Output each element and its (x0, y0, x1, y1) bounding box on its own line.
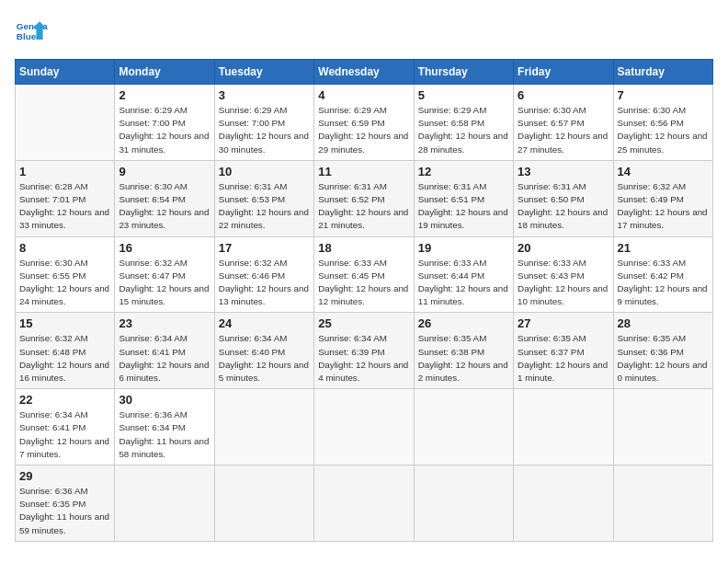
day-number: 1 (19, 165, 110, 178)
svg-text:Blue: Blue (17, 31, 37, 41)
calendar-cell (414, 389, 513, 465)
calendar-cell (414, 465, 513, 542)
day-number: 19 (418, 241, 509, 255)
day-number: 4 (318, 88, 409, 102)
calendar-cell (115, 465, 214, 542)
calendar-row: 8 Sunrise: 6:30 AM Sunset: 6:55 PM Dayli… (16, 236, 713, 313)
page-header: General Blue (15, 15, 713, 48)
calendar-cell: 25 Sunrise: 6:34 AM Sunset: 6:39 PM Dayl… (314, 313, 414, 389)
calendar-cell: 29 Sunrise: 6:36 AM Sunset: 6:35 PM Dayl… (16, 465, 115, 542)
logo-icon: General Blue (15, 15, 48, 48)
day-info: Sunrise: 6:36 AM Sunset: 6:34 PM Dayligh… (119, 408, 210, 461)
day-number: 8 (19, 241, 110, 255)
day-number: 2 (119, 88, 210, 102)
day-number: 13 (518, 165, 609, 178)
calendar-cell: 7 Sunrise: 6:30 AM Sunset: 6:56 PM Dayli… (613, 85, 712, 161)
calendar-cell: 2 Sunrise: 6:29 AM Sunset: 7:00 PM Dayli… (115, 85, 214, 161)
day-number: 5 (418, 88, 509, 102)
calendar-cell: 28 Sunrise: 6:35 AM Sunset: 6:36 PM Dayl… (613, 313, 712, 389)
day-info: Sunrise: 6:35 AM Sunset: 6:36 PM Dayligh… (618, 332, 709, 385)
day-number: 3 (219, 88, 310, 102)
calendar-row: 29 Sunrise: 6:36 AM Sunset: 6:35 PM Dayl… (16, 465, 713, 542)
day-info: Sunrise: 6:33 AM Sunset: 6:42 PM Dayligh… (618, 257, 709, 309)
day-info: Sunrise: 6:34 AM Sunset: 6:39 PM Dayligh… (318, 332, 409, 385)
day-info: Sunrise: 6:31 AM Sunset: 6:53 PM Dayligh… (219, 180, 310, 233)
day-number: 14 (618, 165, 709, 178)
calendar-cell (16, 85, 115, 161)
day-info: Sunrise: 6:29 AM Sunset: 7:00 PM Dayligh… (119, 104, 210, 156)
day-info: Sunrise: 6:28 AM Sunset: 7:01 PM Dayligh… (19, 180, 110, 233)
day-info: Sunrise: 6:32 AM Sunset: 6:47 PM Dayligh… (119, 257, 210, 309)
day-number: 26 (418, 316, 509, 330)
calendar-cell: 20 Sunrise: 6:33 AM Sunset: 6:43 PM Dayl… (514, 236, 613, 313)
day-number: 27 (518, 316, 609, 330)
calendar-cell: 4 Sunrise: 6:29 AM Sunset: 6:59 PM Dayli… (314, 85, 414, 161)
calendar-row: 2 Sunrise: 6:29 AM Sunset: 7:00 PM Dayli… (16, 85, 713, 161)
calendar-cell: 27 Sunrise: 6:35 AM Sunset: 6:37 PM Dayl… (514, 313, 613, 389)
day-number: 22 (19, 393, 110, 407)
day-number: 21 (618, 241, 709, 255)
calendar-cell: 15 Sunrise: 6:32 AM Sunset: 6:48 PM Dayl… (16, 313, 115, 389)
day-number: 25 (318, 316, 409, 330)
calendar-cell (514, 465, 613, 542)
calendar-cell (314, 465, 414, 542)
calendar-cell: 22 Sunrise: 6:34 AM Sunset: 6:41 PM Dayl… (16, 389, 115, 465)
day-info: Sunrise: 6:31 AM Sunset: 6:52 PM Dayligh… (318, 180, 409, 233)
calendar-cell (514, 389, 613, 465)
day-number: 30 (119, 393, 210, 407)
calendar-cell (214, 465, 313, 542)
calendar-row: 1 Sunrise: 6:28 AM Sunset: 7:01 PM Dayli… (16, 160, 713, 236)
calendar-cell: 21 Sunrise: 6:33 AM Sunset: 6:42 PM Dayl… (613, 236, 712, 313)
day-info: Sunrise: 6:35 AM Sunset: 6:37 PM Dayligh… (518, 332, 609, 385)
calendar-cell: 6 Sunrise: 6:30 AM Sunset: 6:57 PM Dayli… (514, 85, 613, 161)
calendar-cell (613, 389, 712, 465)
calendar-cell: 14 Sunrise: 6:32 AM Sunset: 6:49 PM Dayl… (613, 160, 712, 236)
day-info: Sunrise: 6:30 AM Sunset: 6:55 PM Dayligh… (19, 257, 110, 309)
day-info: Sunrise: 6:33 AM Sunset: 6:43 PM Dayligh… (518, 257, 609, 309)
calendar-cell: 12 Sunrise: 6:31 AM Sunset: 6:51 PM Dayl… (414, 160, 513, 236)
day-info: Sunrise: 6:32 AM Sunset: 6:48 PM Dayligh… (19, 332, 110, 385)
calendar-cell (613, 465, 712, 542)
day-number: 15 (19, 316, 110, 330)
day-info: Sunrise: 6:30 AM Sunset: 6:56 PM Dayligh… (618, 104, 709, 156)
day-info: Sunrise: 6:29 AM Sunset: 7:00 PM Dayligh… (219, 104, 310, 156)
day-number: 6 (518, 88, 609, 102)
col-friday: Friday (514, 60, 613, 85)
calendar-cell: 1 Sunrise: 6:28 AM Sunset: 7:01 PM Dayli… (16, 160, 115, 236)
day-number: 20 (518, 241, 609, 255)
day-info: Sunrise: 6:33 AM Sunset: 6:45 PM Dayligh… (318, 257, 409, 309)
calendar-cell: 16 Sunrise: 6:32 AM Sunset: 6:47 PM Dayl… (115, 236, 214, 313)
calendar-cell (214, 389, 313, 465)
calendar-cell: 9 Sunrise: 6:30 AM Sunset: 6:54 PM Dayli… (115, 160, 214, 236)
calendar-cell: 8 Sunrise: 6:30 AM Sunset: 6:55 PM Dayli… (16, 236, 115, 313)
calendar-cell: 11 Sunrise: 6:31 AM Sunset: 6:52 PM Dayl… (314, 160, 414, 236)
calendar-table: Sunday Monday Tuesday Wednesday Thursday… (15, 59, 713, 542)
day-info: Sunrise: 6:31 AM Sunset: 6:50 PM Dayligh… (518, 180, 609, 233)
day-info: Sunrise: 6:30 AM Sunset: 6:57 PM Dayligh… (518, 104, 609, 156)
calendar-cell: 13 Sunrise: 6:31 AM Sunset: 6:50 PM Dayl… (514, 160, 613, 236)
day-info: Sunrise: 6:32 AM Sunset: 6:49 PM Dayligh… (618, 180, 709, 233)
calendar-cell: 17 Sunrise: 6:32 AM Sunset: 6:46 PM Dayl… (214, 236, 313, 313)
day-info: Sunrise: 6:34 AM Sunset: 6:41 PM Dayligh… (19, 408, 110, 461)
day-info: Sunrise: 6:32 AM Sunset: 6:46 PM Dayligh… (219, 257, 310, 309)
day-number: 29 (19, 469, 110, 483)
calendar-row: 15 Sunrise: 6:32 AM Sunset: 6:48 PM Dayl… (16, 313, 713, 389)
calendar-cell: 26 Sunrise: 6:35 AM Sunset: 6:38 PM Dayl… (414, 313, 513, 389)
header-row: Sunday Monday Tuesday Wednesday Thursday… (16, 60, 713, 85)
col-monday: Monday (115, 60, 214, 85)
logo: General Blue (15, 15, 53, 48)
col-thursday: Thursday (414, 60, 513, 85)
calendar-cell (314, 389, 414, 465)
day-number: 9 (119, 165, 210, 178)
col-sunday: Sunday (16, 60, 115, 85)
day-number: 28 (618, 316, 709, 330)
day-number: 17 (219, 241, 310, 255)
col-saturday: Saturday (613, 60, 712, 85)
calendar-cell: 30 Sunrise: 6:36 AM Sunset: 6:34 PM Dayl… (115, 389, 214, 465)
day-info: Sunrise: 6:29 AM Sunset: 6:58 PM Dayligh… (418, 104, 509, 156)
calendar-row: 22 Sunrise: 6:34 AM Sunset: 6:41 PM Dayl… (16, 389, 713, 465)
day-info: Sunrise: 6:29 AM Sunset: 6:59 PM Dayligh… (318, 104, 409, 156)
calendar-cell: 23 Sunrise: 6:34 AM Sunset: 6:41 PM Dayl… (115, 313, 214, 389)
calendar-cell: 19 Sunrise: 6:33 AM Sunset: 6:44 PM Dayl… (414, 236, 513, 313)
day-number: 11 (318, 165, 409, 178)
